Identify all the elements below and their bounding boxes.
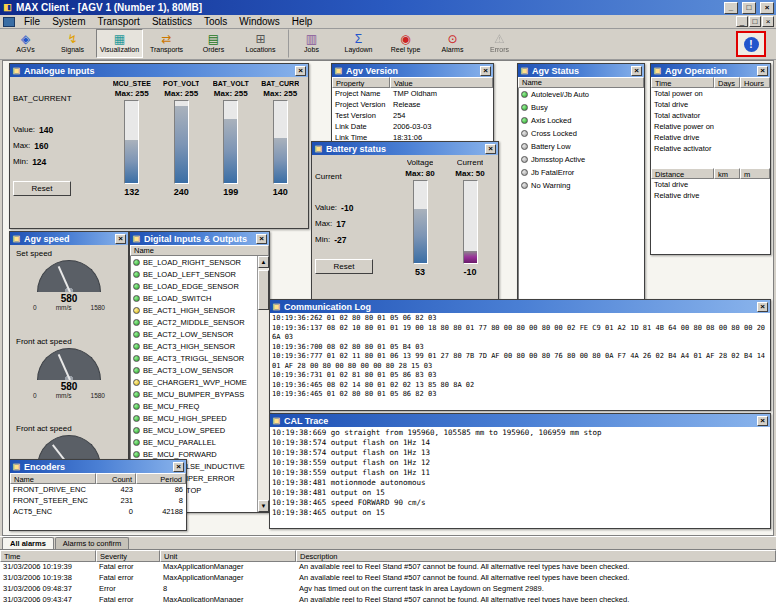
mdi-close-button[interactable]: × (762, 16, 774, 27)
encoder-row[interactable]: ACT5_ENC042188 (10, 506, 186, 517)
status-item[interactable]: Autolevel/Jb Auto (519, 88, 644, 101)
scroll-track[interactable] (258, 268, 269, 500)
toolbar-button[interactable]: ▤Orders (190, 29, 237, 58)
digital-io-item[interactable]: BE_ACT1_HIGH_SENSOR (131, 304, 257, 316)
close-icon[interactable]: × (295, 66, 306, 76)
alarm-row[interactable]: 31/03/2006 09:43:47Fatal errorMaxApplica… (0, 595, 776, 602)
operation-row[interactable]: Total drive (651, 179, 770, 190)
toolbar-button[interactable]: ⇄Transports (143, 29, 190, 58)
trace-line[interactable]: 10:19:38:465 speed FORWARD 90 cm/s (272, 498, 768, 508)
agv-status-column-header[interactable]: Name (518, 77, 644, 88)
digital-io-item[interactable]: BE_MCU_BUMPER_BYPASS (131, 388, 257, 400)
agv-version-titlebar[interactable]: ▣ Agv Version × (332, 64, 493, 77)
digital-io-item[interactable]: BE_LOAD_EDGE_SENSOR (131, 280, 257, 292)
close-icon[interactable]: × (485, 144, 496, 154)
toolbar-button[interactable]: ⊙Alarms (429, 29, 476, 58)
menu-item[interactable]: System (46, 16, 91, 27)
digital-io-titlebar[interactable]: ▣ Digital Inputs & Outputs × (130, 232, 269, 245)
menu-item[interactable]: Help (286, 16, 319, 27)
digital-io-item[interactable]: BE_ACT3_HIGH_SENSOR (131, 340, 257, 352)
encoders-titlebar[interactable]: ▣ Encoders × (10, 460, 186, 473)
toolbar-button[interactable]: ▥Jobs (288, 29, 335, 58)
reset-button[interactable]: Reset (315, 259, 373, 274)
digital-io-item[interactable]: BE_MCU_LOW_SPEED (131, 424, 257, 436)
status-item[interactable]: Jb FatalError (519, 166, 644, 179)
status-item[interactable]: Axis Locked (519, 114, 644, 127)
menu-item[interactable]: File (18, 16, 46, 27)
trace-line[interactable]: 10:19:38:481 output on 15 (272, 488, 768, 498)
alarm-tab[interactable]: Alarms to confirm (55, 537, 129, 549)
encoder-row[interactable]: FRONT_DRIVE_ENC42386 (10, 484, 186, 495)
column-unit[interactable]: Unit (160, 550, 296, 562)
close-icon[interactable]: × (757, 302, 768, 312)
maximize-button[interactable]: □ (742, 2, 756, 14)
version-row[interactable]: Project VersionRelease (332, 99, 493, 110)
agv-operation-titlebar[interactable]: ▣ Agv Operation × (651, 64, 770, 77)
alarm-row[interactable]: 31/03/2006 10:19:39Fatal errorMaxApplica… (0, 562, 776, 573)
scroll-down-icon[interactable]: ▼ (258, 500, 269, 512)
digital-io-item[interactable]: BE_ACT2_LOW_SENSOR (131, 328, 257, 340)
status-item[interactable]: Jbmsstop Active (519, 153, 644, 166)
close-icon[interactable]: × (173, 462, 184, 472)
digital-io-item[interactable]: BE_ACT3_TRIGGL_SENSOR (131, 352, 257, 364)
digital-io-item[interactable]: BE_LOAD_SWITCH (131, 292, 257, 304)
operation-row[interactable]: Relative activator (651, 143, 770, 154)
version-row[interactable]: Test Version254 (332, 110, 493, 121)
trace-line[interactable]: 10:19:38:669 go straight from 195960, 10… (272, 428, 768, 438)
alarm-tab[interactable]: All alarms (2, 537, 54, 549)
menu-item[interactable]: Statistics (146, 16, 198, 27)
column-m[interactable]: m (740, 168, 770, 179)
operation-row[interactable]: Total drive (651, 99, 770, 110)
status-item[interactable]: Cross Locked (519, 127, 644, 140)
operation-row[interactable]: Relative drive (651, 132, 770, 143)
toolbar-button[interactable]: ▦Visualization (96, 29, 143, 58)
trace-line[interactable]: 10:19:38:574 output flash on 1Hz 13 (272, 448, 768, 458)
alarm-row[interactable]: 31/03/2006 09:48:37Error8Agv has timed o… (0, 584, 776, 595)
close-icon[interactable]: × (757, 416, 768, 426)
column-distance[interactable]: Distance (651, 168, 714, 179)
column-property[interactable]: Property (332, 77, 390, 88)
scrollbar[interactable]: ▲ ▼ (257, 256, 269, 512)
operation-row[interactable]: Total power on (651, 88, 770, 99)
status-item[interactable]: No Warning (519, 179, 644, 192)
agv-status-titlebar[interactable]: ▣ Agv Status × (518, 64, 644, 77)
analogue-inputs-titlebar[interactable]: ▣ Analogue Inputs × (10, 64, 308, 77)
column-km[interactable]: km (714, 168, 740, 179)
agv-speed-titlebar[interactable]: ▣ Agv speed × (10, 232, 128, 245)
toolbar-button[interactable]: ↯Signals (49, 29, 96, 58)
trace-line[interactable]: 10:19:38:559 output flash on 1Hz 11 (272, 468, 768, 478)
cal-trace-titlebar[interactable]: ▣ CAL Trace × (270, 414, 770, 427)
version-row[interactable]: Link Date2006-03-03 (332, 121, 493, 132)
digital-io-item[interactable]: BE_ACT3_LOW_SENSOR (131, 364, 257, 376)
close-icon[interactable]: × (631, 66, 642, 76)
trace-line[interactable]: 10:19:38:559 output flash on 1Hz 12 (272, 458, 768, 468)
digital-io-item[interactable]: BE_MCU_FREQ (131, 400, 257, 412)
status-item[interactable]: Battery Low (519, 140, 644, 153)
close-button[interactable]: × (760, 2, 774, 14)
battery-status-titlebar[interactable]: ▣ Battery status × (312, 142, 498, 155)
scroll-up-icon[interactable]: ▲ (258, 256, 269, 268)
toolbar-button[interactable]: ⚠Errors (476, 29, 523, 58)
toolbar-button[interactable]: ⊞Locations (237, 29, 284, 58)
close-icon[interactable]: × (757, 66, 768, 76)
digital-io-item[interactable]: BE_CHARGER1_WVP_HOME (131, 376, 257, 388)
column-severity[interactable]: Severity (96, 550, 160, 562)
communication-log-titlebar[interactable]: ▣ Communication Log × (270, 300, 770, 313)
close-icon[interactable]: × (115, 234, 126, 244)
toolbar-button[interactable]: ◈AGVs (2, 29, 49, 58)
menu-item[interactable]: Windows (233, 16, 286, 27)
operation-row[interactable]: Relative power on (651, 121, 770, 132)
status-item[interactable]: Busy (519, 101, 644, 114)
version-row[interactable]: Project NameTMP Oldham (332, 88, 493, 99)
trace-line[interactable]: 10:19:38:574 output flash on 1Hz 14 (272, 438, 768, 448)
alarm-row[interactable]: 31/03/2006 10:19:38Fatal errorMaxApplica… (0, 573, 776, 584)
column-days[interactable]: Days (714, 77, 740, 88)
digital-io-item[interactable]: BE_LOAD_RIGHT_SENSOR (131, 256, 257, 268)
digital-io-item[interactable]: BE_LOAD_LEFT_SENSOR (131, 268, 257, 280)
title-bar[interactable]: ◧ MAX Client - [AGV 1 (Number 1), 80MB] … (0, 0, 776, 15)
close-icon[interactable]: × (480, 66, 491, 76)
column-time[interactable]: Time (651, 77, 714, 88)
column-time[interactable]: Time (0, 550, 96, 562)
mdi-child-icon[interactable] (3, 17, 15, 27)
digital-io-item[interactable]: BE_MCU_PARALLEL (131, 436, 257, 448)
